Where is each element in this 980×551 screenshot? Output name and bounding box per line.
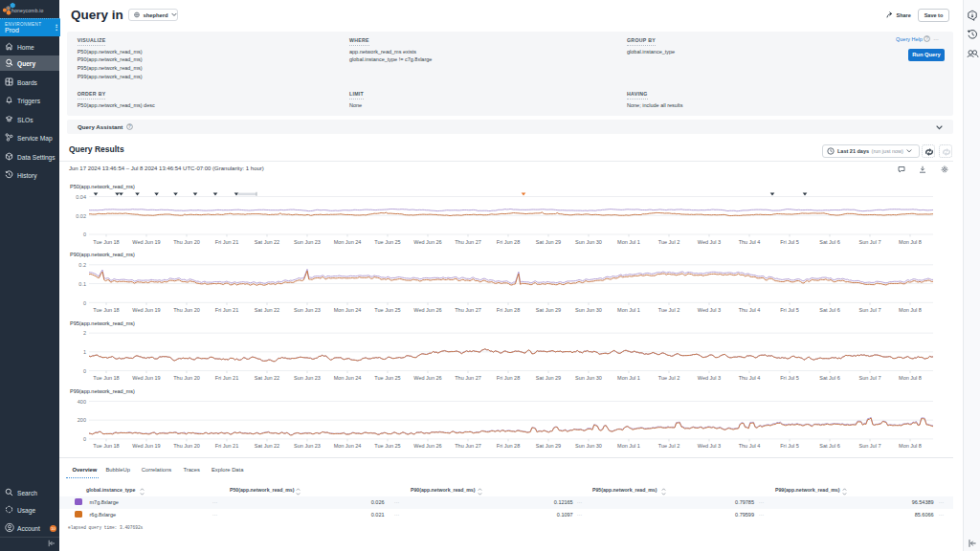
svg-text:Sun Jun 30: Sun Jun 30 bbox=[575, 375, 602, 381]
svg-text:Sat Jun 22: Sat Jun 22 bbox=[255, 443, 279, 449]
svg-text:0: 0 bbox=[83, 300, 86, 306]
svg-text:0: 0 bbox=[83, 368, 86, 374]
svg-text:Tue Jun 18: Tue Jun 18 bbox=[93, 239, 119, 245]
svg-text:Sat Jun 29: Sat Jun 29 bbox=[536, 239, 561, 245]
svg-text:Tue Jun 25: Tue Jun 25 bbox=[374, 307, 400, 313]
svg-text:Tue Jul 2: Tue Jul 2 bbox=[658, 443, 679, 449]
svg-text:Mon Jul 8: Mon Jul 8 bbox=[899, 239, 922, 245]
svg-text:Tue Jul 2: Tue Jul 2 bbox=[658, 239, 679, 245]
svg-text:?: ? bbox=[128, 124, 131, 129]
svg-text:Wed Jul 3: Wed Jul 3 bbox=[698, 443, 721, 449]
svg-text:Tue Jul 2: Tue Jul 2 bbox=[658, 375, 679, 381]
svg-text:0: 0 bbox=[83, 436, 86, 442]
svg-text:Mon Jul 8: Mon Jul 8 bbox=[899, 307, 922, 313]
svg-text:Sat Jun 29: Sat Jun 29 bbox=[536, 307, 561, 313]
svg-text:P50(app.network_read_ms): P50(app.network_read_ms) bbox=[70, 184, 135, 189]
svg-text:Fri Jun 28: Fri Jun 28 bbox=[497, 239, 520, 245]
svg-text:Wed Jul 3: Wed Jul 3 bbox=[698, 375, 721, 381]
svg-text:Tue Jun 25: Tue Jun 25 bbox=[374, 239, 400, 245]
svg-text:Fri Jul 5: Fri Jul 5 bbox=[780, 375, 799, 381]
svg-text:1: 1 bbox=[83, 349, 86, 355]
svg-text:Thu Jun 20: Thu Jun 20 bbox=[173, 443, 200, 449]
svg-text:Mon Jul 1: Mon Jul 1 bbox=[617, 375, 640, 381]
svg-text:Wed Jun 26: Wed Jun 26 bbox=[413, 307, 441, 313]
svg-text:Sat Jun 22: Sat Jun 22 bbox=[255, 307, 279, 313]
svg-text:Sun Jun 30: Sun Jun 30 bbox=[575, 239, 602, 245]
svg-text:Thu Jun 27: Thu Jun 27 bbox=[455, 443, 481, 449]
svg-text:Sun Jul 7: Sun Jul 7 bbox=[859, 239, 881, 245]
svg-text:Thu Jun 20: Thu Jun 20 bbox=[173, 375, 200, 381]
svg-text:Sat Jul 6: Sat Jul 6 bbox=[819, 239, 839, 245]
svg-text:Sat Jul 6: Sat Jul 6 bbox=[819, 375, 839, 381]
svg-text:Fri Jul 5: Fri Jul 5 bbox=[780, 443, 799, 449]
svg-text:Fri Jun 21: Fri Jun 21 bbox=[215, 307, 238, 313]
svg-text:P99(app.network_read_ms): P99(app.network_read_ms) bbox=[70, 388, 135, 394]
svg-text:P95(app.network_read_ms): P95(app.network_read_ms) bbox=[70, 320, 135, 326]
svg-text:0.2: 0.2 bbox=[78, 262, 86, 268]
svg-text:0: 0 bbox=[83, 231, 86, 237]
svg-text:Wed Jun 19: Wed Jun 19 bbox=[132, 307, 160, 313]
svg-text:Mon Jun 24: Mon Jun 24 bbox=[334, 375, 362, 381]
svg-text:?: ? bbox=[926, 36, 929, 41]
svg-text:Sun Jul 7: Sun Jul 7 bbox=[859, 443, 881, 449]
svg-text:Fri Jun 21: Fri Jun 21 bbox=[215, 443, 238, 449]
svg-text:Sat Jun 29: Sat Jun 29 bbox=[536, 443, 561, 449]
svg-text:Tue Jun 18: Tue Jun 18 bbox=[93, 443, 119, 449]
svg-text:0.02: 0.02 bbox=[76, 213, 86, 219]
svg-text:Fri Jun 21: Fri Jun 21 bbox=[215, 239, 238, 245]
svg-text:Mon Jul 8: Mon Jul 8 bbox=[899, 375, 922, 381]
svg-text:Sun Jun 23: Sun Jun 23 bbox=[294, 239, 321, 245]
svg-text:0.04: 0.04 bbox=[76, 194, 86, 200]
svg-text:Sat Jun 29: Sat Jun 29 bbox=[536, 375, 561, 381]
svg-text:P90(app.network_read_ms): P90(app.network_read_ms) bbox=[70, 252, 135, 257]
svg-text:Mon Jun 24: Mon Jun 24 bbox=[334, 239, 362, 245]
svg-text:Mon Jul 1: Mon Jul 1 bbox=[617, 443, 640, 449]
svg-text:Thu Jul 4: Thu Jul 4 bbox=[739, 375, 761, 381]
svg-text:Mon Jul 1: Mon Jul 1 bbox=[617, 307, 640, 313]
svg-text:Sun Jun 30: Sun Jun 30 bbox=[575, 307, 602, 313]
svg-text:Sun Jun 23: Sun Jun 23 bbox=[294, 375, 321, 381]
svg-text:0.1: 0.1 bbox=[78, 281, 86, 287]
svg-text:Thu Jul 4: Thu Jul 4 bbox=[739, 443, 761, 449]
svg-text:Sat Jun 22: Sat Jun 22 bbox=[255, 239, 279, 245]
svg-text:Mon Jul 8: Mon Jul 8 bbox=[899, 443, 922, 449]
svg-text:Wed Jul 3: Wed Jul 3 bbox=[698, 239, 721, 245]
svg-text:Tue Jul 2: Tue Jul 2 bbox=[658, 307, 679, 313]
svg-text:Sun Jun 30: Sun Jun 30 bbox=[575, 443, 602, 449]
svg-text:Wed Jun 26: Wed Jun 26 bbox=[413, 239, 441, 245]
svg-text:Thu Jun 20: Thu Jun 20 bbox=[173, 239, 200, 245]
svg-text:Wed Jun 19: Wed Jun 19 bbox=[132, 375, 160, 381]
svg-text:Sun Jul 7: Sun Jul 7 bbox=[859, 307, 881, 313]
svg-text:Thu Jun 27: Thu Jun 27 bbox=[455, 375, 481, 381]
svg-text:Sun Jul 7: Sun Jul 7 bbox=[859, 375, 881, 381]
svg-text:Sun Jun 23: Sun Jun 23 bbox=[294, 443, 321, 449]
svg-text:Sun Jun 23: Sun Jun 23 bbox=[294, 307, 321, 313]
svg-text:Wed Jun 26: Wed Jun 26 bbox=[413, 443, 441, 449]
svg-text:Fri Jun 28: Fri Jun 28 bbox=[497, 375, 520, 381]
svg-text:Thu Jul 4: Thu Jul 4 bbox=[739, 239, 761, 245]
svg-text:Sat Jul 6: Sat Jul 6 bbox=[819, 307, 839, 313]
svg-text:Sat Jun 22: Sat Jun 22 bbox=[255, 375, 279, 381]
svg-text:Mon Jun 24: Mon Jun 24 bbox=[334, 307, 362, 313]
svg-text:Thu Jul 4: Thu Jul 4 bbox=[739, 307, 761, 313]
svg-text:Fri Jun 28: Fri Jun 28 bbox=[497, 443, 520, 449]
svg-text:Thu Jun 20: Thu Jun 20 bbox=[173, 307, 200, 313]
svg-text:Wed Jun 26: Wed Jun 26 bbox=[413, 375, 441, 381]
svg-text:Wed Jul 3: Wed Jul 3 bbox=[698, 307, 721, 313]
svg-text:2: 2 bbox=[83, 330, 86, 336]
svg-text:Fri Jul 5: Fri Jul 5 bbox=[780, 239, 799, 245]
svg-text:Fri Jul 5: Fri Jul 5 bbox=[780, 307, 799, 313]
svg-text:Mon Jun 24: Mon Jun 24 bbox=[334, 443, 362, 449]
svg-text:Fri Jun 21: Fri Jun 21 bbox=[215, 375, 238, 381]
svg-text:Thu Jun 27: Thu Jun 27 bbox=[455, 307, 481, 313]
svg-text:Tue Jun 18: Tue Jun 18 bbox=[93, 375, 119, 381]
svg-text:400: 400 bbox=[78, 399, 86, 405]
svg-text:Mon Jul 1: Mon Jul 1 bbox=[617, 239, 640, 245]
svg-text:Tue Jun 25: Tue Jun 25 bbox=[374, 443, 400, 449]
svg-text:Wed Jun 19: Wed Jun 19 bbox=[132, 443, 160, 449]
svg-text:Tue Jun 18: Tue Jun 18 bbox=[93, 307, 119, 313]
svg-text:Tue Jun 25: Tue Jun 25 bbox=[374, 375, 400, 381]
svg-text:Wed Jun 19: Wed Jun 19 bbox=[132, 239, 160, 245]
svg-text:200: 200 bbox=[78, 417, 86, 423]
svg-text:Thu Jun 27: Thu Jun 27 bbox=[455, 239, 481, 245]
